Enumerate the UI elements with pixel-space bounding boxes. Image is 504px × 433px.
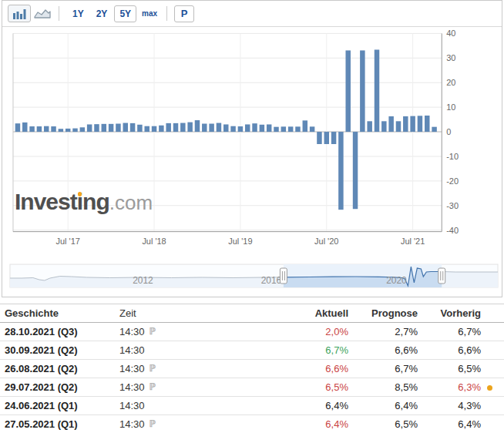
chart-bar[interactable] xyxy=(159,126,163,132)
chart-bar[interactable] xyxy=(310,126,314,132)
chart-bar[interactable] xyxy=(381,121,386,132)
forecast-value: 6,7% xyxy=(348,363,418,374)
chart-bar[interactable] xyxy=(274,127,278,132)
chart-bar[interactable] xyxy=(324,132,329,144)
navigator-year-label: 2012 xyxy=(133,275,153,286)
range-button-2y[interactable]: 2Y xyxy=(91,5,113,22)
navigator-left-handle[interactable] xyxy=(280,268,287,284)
chart-navigator[interactable]: 201220162020 xyxy=(2,260,502,297)
chart-bar[interactable] xyxy=(137,125,142,132)
actual-value: 2,0% xyxy=(231,326,348,337)
range-button-group: 1Y2Y5Ymax xyxy=(66,5,162,22)
forecast-value: 6,4% xyxy=(348,400,418,411)
chart-bar[interactable] xyxy=(123,123,128,132)
chart-bar[interactable] xyxy=(353,132,358,209)
preliminary-flag-icon: ℙ xyxy=(150,326,156,337)
release-date: 27.05.2021 (Q1) xyxy=(0,418,116,430)
bar-chart-type-button[interactable] xyxy=(8,5,31,22)
chart-bar[interactable] xyxy=(144,126,149,132)
chart-bar[interactable] xyxy=(116,124,120,133)
chart-bar[interactable] xyxy=(260,125,264,132)
navigator-right-handle[interactable] xyxy=(438,268,445,284)
svg-text:Jul '18: Jul '18 xyxy=(142,237,166,246)
chart-bar[interactable] xyxy=(396,121,401,132)
chart-bar[interactable] xyxy=(66,129,70,132)
chart-bar[interactable] xyxy=(173,123,178,132)
chart-bar[interactable] xyxy=(367,121,371,132)
line-chart-type-button[interactable] xyxy=(31,5,54,22)
chart-bar[interactable] xyxy=(202,124,207,133)
chart-bar[interactable] xyxy=(180,123,185,132)
range-button-5y[interactable]: 5Y xyxy=(114,5,136,22)
chart-bar[interactable] xyxy=(94,124,99,132)
preliminary-flag-icon: ℙ xyxy=(150,363,156,374)
chart-bar[interactable] xyxy=(72,129,77,132)
chart-bar[interactable] xyxy=(217,123,221,132)
table-row: 28.10.2021 (Q3)14:30ℙ2,0%2,7%6,7% xyxy=(0,323,504,341)
table-header-row: GeschichteZeitAktuellPrognoseVorherig xyxy=(0,304,504,323)
svg-text:-40: -40 xyxy=(446,226,459,235)
chart-bar[interactable] xyxy=(29,126,34,132)
previous-value: 6,5% xyxy=(418,363,481,374)
chart-bar[interactable] xyxy=(166,123,170,132)
chart-bar[interactable] xyxy=(245,124,250,132)
chart-bar[interactable] xyxy=(230,126,235,132)
chart-bar[interactable] xyxy=(51,126,55,132)
chart-bar[interactable] xyxy=(317,132,321,144)
revision-dot-icon xyxy=(487,385,492,391)
chart-area: 403020100-10-20-30-40Jul '17Jul '18Jul '… xyxy=(2,27,502,260)
release-time: 14:30 xyxy=(116,400,231,411)
chart-bar[interactable] xyxy=(22,123,27,132)
chart-bar[interactable] xyxy=(360,50,365,132)
chart-bar[interactable] xyxy=(238,126,243,132)
chart-bar[interactable] xyxy=(152,126,156,132)
chart-bar[interactable] xyxy=(410,116,415,132)
chart-bar[interactable] xyxy=(209,124,213,133)
release-time: 14:30ℙ xyxy=(116,418,231,430)
chart-bar[interactable] xyxy=(44,126,49,132)
chart-bar[interactable] xyxy=(252,123,257,132)
chart-bar[interactable] xyxy=(418,116,422,132)
column-header-prognose: Prognose xyxy=(348,307,418,319)
column-header-aktuell: Aktuell xyxy=(231,307,348,319)
chart-bar[interactable] xyxy=(403,116,408,132)
table-row: 30.09.2021 (Q2)14:306,7%6,6%6,6% xyxy=(0,341,504,360)
chart-bar[interactable] xyxy=(281,126,286,132)
range-button-1y[interactable]: 1Y xyxy=(67,5,89,22)
svg-text:40: 40 xyxy=(446,29,455,38)
release-date: 29.07.2021 (Q2) xyxy=(0,381,116,393)
chart-bar[interactable] xyxy=(109,124,113,132)
chart-bar[interactable] xyxy=(267,124,271,132)
chart-bar[interactable] xyxy=(345,50,350,132)
chart-bar[interactable] xyxy=(295,126,300,132)
chart-bar[interactable] xyxy=(432,127,436,132)
chart-bar[interactable] xyxy=(59,129,63,132)
chart-bar[interactable] xyxy=(388,116,393,132)
chart-bar[interactable] xyxy=(425,116,429,132)
table-row: 27.05.2021 (Q1)14:30ℙ6,4%6,5%6,4% xyxy=(0,415,504,433)
chart-bar[interactable] xyxy=(338,132,343,210)
preliminary-toggle-button[interactable]: P xyxy=(174,5,194,22)
chart-bar[interactable] xyxy=(37,126,42,132)
range-button-max[interactable]: max xyxy=(138,6,161,21)
chart-bar[interactable] xyxy=(375,49,379,132)
chart-bar[interactable] xyxy=(288,126,293,132)
column-header-zeit: Zeit xyxy=(116,307,231,319)
svg-text:Jul '19: Jul '19 xyxy=(228,237,252,246)
toolbar-divider xyxy=(59,6,59,21)
chart-bar[interactable] xyxy=(15,123,20,132)
previous-value: 6,6% xyxy=(418,344,481,356)
chart-bar[interactable] xyxy=(130,123,135,132)
chart-bar[interactable] xyxy=(102,124,106,132)
svg-text:Jul '20: Jul '20 xyxy=(314,237,338,246)
chart-bar[interactable] xyxy=(223,124,228,132)
chart-bar[interactable] xyxy=(195,120,200,132)
chart-bar[interactable] xyxy=(80,127,85,132)
svg-text:-20: -20 xyxy=(446,176,459,186)
chart-bar[interactable] xyxy=(303,120,307,132)
chart-bar[interactable] xyxy=(87,124,92,132)
previous-value: 6,7% xyxy=(418,326,481,337)
chart-bar[interactable] xyxy=(331,132,336,144)
chart-bar[interactable] xyxy=(187,123,192,132)
main-chart[interactable]: 403020100-10-20-30-40Jul '17Jul '18Jul '… xyxy=(2,27,503,260)
